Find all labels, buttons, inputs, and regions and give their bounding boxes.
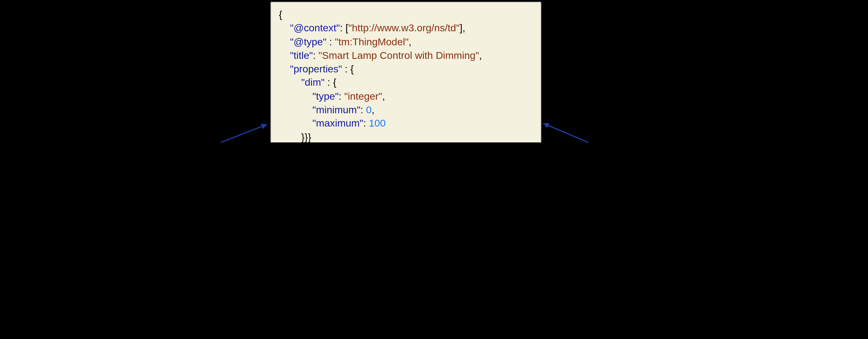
arrow-line <box>543 123 636 142</box>
arrow-line <box>112 124 267 142</box>
parent-thing-model-box: { "@context": ["http://www.w3.org/ns/td"… <box>270 2 541 142</box>
diagram-stage: { "@context": ["http://www.w3.org/ns/td"… <box>0 0 868 142</box>
